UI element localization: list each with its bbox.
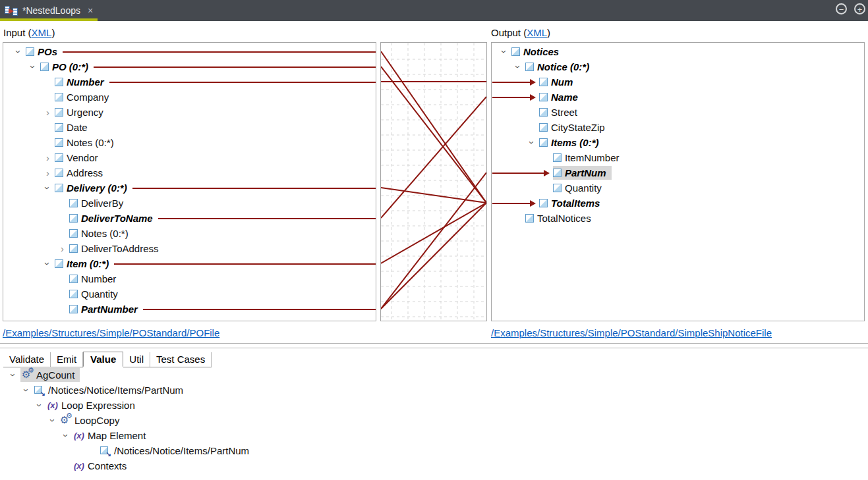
xml-element-icon (539, 138, 548, 147)
chevron-down-icon[interactable]: › (14, 45, 24, 59)
zoom-in-button[interactable]: + (854, 3, 865, 14)
tab-emit[interactable]: Emit (51, 352, 83, 367)
chevron-down-icon[interactable]: › (48, 413, 58, 427)
output-file-link[interactable]: /Examples/Structures/Simple/POStandard/S… (491, 327, 772, 338)
value-tree-row[interactable]: ›LoopCopy (0, 413, 868, 428)
input-tree-row[interactable]: ›PO (0:*) (3, 59, 376, 74)
output-tree-row[interactable]: CityStateZip (492, 120, 864, 135)
input-tree-row[interactable]: Number (3, 271, 376, 286)
output-tree-row[interactable]: ›Items (0:*) (492, 135, 864, 150)
chevron-right-icon[interactable]: › (41, 153, 55, 163)
output-tree-row[interactable]: PartNum (492, 165, 864, 180)
xml-element-icon (553, 169, 562, 177)
output-tree-row[interactable]: Street (492, 105, 864, 120)
xml-element-icon (69, 199, 78, 207)
xml-element-icon (69, 229, 78, 238)
mapper-document-icon (5, 6, 18, 16)
input-tree-row[interactable]: DeliverToName (3, 211, 376, 226)
output-tree-row[interactable]: TotalNotices (492, 211, 864, 226)
xml-element-icon (553, 184, 562, 192)
value-tree-row[interactable]: /Notices/Notice/Items/PartNum (0, 443, 868, 458)
input-tree-row[interactable]: ›Item (0:*) (3, 256, 376, 271)
title-bar: *NestedLoops × − + (0, 0, 868, 21)
output-tree-row[interactable]: Quantity (492, 180, 864, 196)
xml-element-icon (55, 138, 63, 147)
mapping-line-stub (114, 263, 376, 265)
tree-node-label: Vendor (67, 152, 100, 163)
input-tree-row[interactable]: Date (3, 120, 376, 135)
tree-node-label: Notes (0:*) (67, 137, 116, 148)
app-window: *NestedLoops × − + Input (XML) Output (X… (0, 0, 868, 480)
tree-node-label: DeliverToName (81, 213, 155, 224)
output-xml-link[interactable]: XML (527, 27, 547, 38)
input-tree-row[interactable]: Company (3, 90, 376, 105)
tree-node-label: Name (551, 92, 580, 103)
tab-util[interactable]: Util (123, 352, 150, 367)
element-link-icon (34, 385, 48, 396)
input-tree-row[interactable]: ›Address (3, 165, 376, 180)
xml-element-icon (26, 47, 34, 56)
input-tree-row[interactable]: Quantity (3, 286, 376, 302)
value-node-label: Contexts (88, 460, 129, 471)
chevron-right-icon[interactable]: › (55, 244, 69, 253)
output-tree-row[interactable]: Num (492, 74, 864, 90)
input-tree-row[interactable]: ›Vendor (3, 150, 376, 165)
chevron-right-icon[interactable]: › (41, 168, 55, 178)
chevron-down-icon[interactable]: › (513, 60, 523, 74)
value-tree-row[interactable]: ›/Notices/Notice/Items/PartNum (0, 383, 868, 398)
close-icon[interactable]: × (88, 5, 93, 16)
value-node-label: /Notices/Notice/Items/PartNum (114, 445, 251, 456)
chevron-down-icon[interactable]: › (35, 398, 45, 412)
input-tree-row[interactable]: ›Urgency (3, 105, 376, 120)
input-tree-row[interactable]: PartNumber (3, 302, 376, 317)
tab-test-cases[interactable]: Test Cases (150, 352, 212, 367)
xml-element-icon (40, 63, 49, 71)
mapping-canvas (380, 42, 487, 321)
tab-validate[interactable]: Validate (3, 352, 51, 367)
output-header: Output (XML) (491, 27, 550, 38)
value-tree-row[interactable]: ›Loop Expression (0, 398, 868, 413)
tree-node-label: Notes (0:*) (81, 228, 130, 239)
output-tree-row[interactable]: ItemNumber (492, 150, 864, 165)
input-tree-row[interactable]: ›DeliverToAddress (3, 241, 376, 256)
tree-node-label: Date (67, 122, 90, 133)
tree-node-label: Street (551, 107, 579, 118)
input-tree-row[interactable]: Notes (0:*) (3, 135, 376, 150)
chevron-down-icon[interactable]: › (9, 368, 18, 382)
input-tree-row[interactable]: ›POs (3, 44, 376, 59)
input-tree-row[interactable]: DeliverBy (3, 196, 376, 211)
gears-icon (22, 369, 36, 381)
document-tab[interactable]: *NestedLoops × (0, 0, 98, 21)
splitter-line-bottom[interactable] (0, 348, 868, 348)
tree-node-label: CityStateZip (551, 122, 607, 133)
input-xml-link[interactable]: XML (32, 27, 52, 38)
chevron-right-icon[interactable]: › (41, 107, 55, 117)
zoom-out-button[interactable]: − (836, 3, 847, 14)
value-tree-row[interactable]: ›AgCount (0, 367, 868, 383)
mapping-arrow (492, 203, 535, 204)
input-tree-row[interactable]: Notes (0:*) (3, 226, 376, 241)
value-node-label: Loop Expression (61, 400, 137, 411)
input-file-link[interactable]: /Examples/Structures/Simple/POStandard/P… (3, 327, 219, 338)
input-tree-row[interactable]: Number (3, 74, 376, 90)
output-tree-row[interactable]: TotalItems (492, 196, 864, 211)
output-tree-row[interactable]: Name (492, 90, 864, 105)
input-tree-row[interactable]: ›Delivery (0:*) (3, 180, 376, 196)
function-icon (47, 400, 61, 411)
chevron-down-icon[interactable]: › (28, 60, 38, 74)
chevron-down-icon[interactable]: › (500, 45, 509, 59)
tree-node-label: DeliverToAddress (81, 243, 161, 254)
xml-element-icon (55, 184, 63, 192)
output-tree-row[interactable]: ›Notice (0:*) (492, 59, 864, 74)
output-tree-row[interactable]: ›Notices (492, 44, 864, 59)
chevron-down-icon[interactable]: › (22, 383, 32, 397)
splitter-line-top[interactable] (0, 343, 868, 344)
chevron-down-icon[interactable]: › (61, 429, 71, 442)
chevron-down-icon[interactable]: › (43, 181, 53, 195)
tree-node-label: Number (67, 76, 106, 88)
chevron-down-icon[interactable]: › (527, 136, 537, 149)
chevron-down-icon[interactable]: › (43, 257, 53, 271)
value-tree-row[interactable]: Contexts (0, 458, 868, 473)
tab-value[interactable]: Value (83, 352, 123, 367)
value-tree-row[interactable]: ›Map Element (0, 428, 868, 443)
